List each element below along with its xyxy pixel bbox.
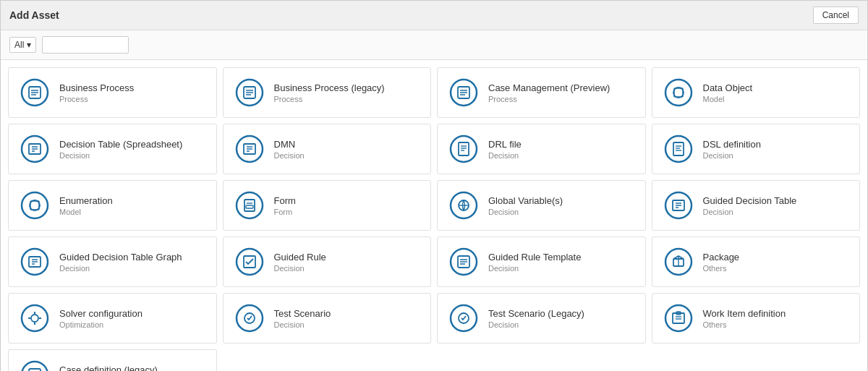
asset-card[interactable]: Solver configurationOptimization: [8, 293, 217, 344]
asset-info: Data ObjectModel: [703, 82, 753, 103]
asset-card[interactable]: Test ScenarioDecision: [223, 293, 432, 344]
dialog-header: Add Asset Cancel: [1, 1, 867, 30]
asset-name: Case definition (legacy): [59, 364, 158, 372]
asset-card[interactable]: Guided Decision TableDecision: [652, 180, 861, 231]
asset-info: PackageOthers: [703, 252, 740, 273]
asset-info: Test ScenarioDecision: [274, 308, 331, 329]
asset-info: Guided Decision Table GraphDecision: [59, 252, 182, 273]
asset-name: Global Variable(s): [488, 195, 563, 206]
asset-info: Guided Rule TemplateDecision: [488, 252, 581, 273]
svg-point-16: [673, 88, 684, 98]
asset-card[interactable]: Global Variable(s)Decision: [437, 180, 646, 231]
filter-label: All: [14, 40, 24, 50]
global-icon: [449, 191, 478, 220]
svg-rect-29: [459, 142, 469, 155]
asset-name: Business Process: [59, 82, 134, 93]
svg-rect-44: [246, 205, 253, 208]
test-icon: [235, 304, 264, 333]
asset-card[interactable]: Work Item definitionOthers: [652, 293, 861, 344]
asset-card[interactable]: Guided RuleDecision: [223, 236, 432, 287]
process-icon: [449, 78, 478, 107]
asset-name: Guided Decision Table: [703, 195, 797, 206]
svg-point-33: [665, 136, 692, 162]
asset-name: Data Object: [703, 82, 753, 93]
asset-info: Business ProcessProcess: [59, 82, 134, 103]
search-input[interactable]: [42, 36, 129, 54]
asset-card[interactable]: DMNDecision: [223, 124, 432, 174]
asset-name: Enumeration: [59, 195, 113, 206]
asset-type: Decision: [488, 208, 563, 216]
asset-info: EnumerationModel: [59, 195, 113, 216]
asset-card[interactable]: PackageOthers: [652, 236, 861, 287]
process-icon: [235, 78, 264, 107]
svg-rect-17: [674, 88, 683, 97]
asset-name: Case Management (Preview): [488, 82, 610, 93]
model-icon: [20, 191, 49, 220]
decision-icon: [235, 135, 264, 163]
asset-card[interactable]: FormForm: [223, 180, 432, 231]
asset-card[interactable]: DRL fileDecision: [437, 124, 646, 174]
asset-type: Others: [703, 264, 740, 273]
asset-type: Process: [59, 95, 134, 103]
add-asset-dialog: Add Asset Cancel All ▾ Business ProcessP…: [0, 0, 868, 371]
asset-type: Decision: [59, 151, 182, 160]
solver-icon: [20, 304, 49, 333]
asset-info: Guided Decision TableDecision: [703, 195, 797, 216]
asset-name: Guided Decision Table Graph: [59, 252, 182, 263]
asset-type: Decision: [274, 151, 305, 160]
asset-info: Case definition (legacy)Process: [59, 364, 158, 372]
asset-info: DRL fileDecision: [488, 139, 522, 160]
svg-point-83: [22, 362, 48, 371]
dsl-icon: [664, 135, 693, 163]
asset-card[interactable]: DSL definitionDecision: [652, 124, 861, 174]
model-icon: [664, 78, 693, 107]
dialog-title: Add Asset: [9, 9, 59, 21]
asset-card[interactable]: Data ObjectModel: [652, 67, 861, 118]
asset-type: Decision: [274, 320, 331, 329]
asset-name: Test Scenario (Legacy): [488, 308, 584, 319]
asset-card[interactable]: Business Process (legacy)Process: [223, 67, 432, 118]
svg-point-69: [31, 315, 38, 322]
asset-name: Guided Rule: [274, 252, 326, 263]
svg-point-15: [665, 80, 692, 106]
svg-point-28: [451, 136, 477, 162]
asset-type: Decision: [488, 320, 584, 329]
asset-card[interactable]: Decision Table (Spreadsheet)Decision: [8, 124, 217, 174]
asset-info: DSL definitionDecision: [703, 139, 761, 160]
asset-type: Others: [703, 320, 786, 329]
asset-name: Form: [274, 195, 296, 206]
asset-name: DSL definition: [703, 139, 761, 150]
process-icon: [449, 247, 478, 276]
asset-type: Decision: [703, 208, 797, 216]
form-icon: [235, 191, 264, 220]
asset-type: Process: [274, 95, 385, 103]
asset-type: Process: [488, 95, 610, 103]
asset-name: Business Process (legacy): [274, 82, 385, 93]
filter-dropdown[interactable]: All ▾: [9, 37, 36, 53]
svg-point-78: [665, 305, 692, 331]
asset-info: Global Variable(s)Decision: [488, 195, 563, 216]
asset-name: Test Scenario: [274, 308, 331, 319]
asset-grid: Business ProcessProcess Business Process…: [1, 60, 867, 371]
asset-card[interactable]: Business ProcessProcess: [8, 67, 217, 118]
asset-info: DMNDecision: [274, 139, 305, 160]
cancel-button[interactable]: Cancel: [813, 7, 859, 24]
process-icon: [20, 360, 49, 371]
asset-card[interactable]: EnumerationModel: [8, 180, 217, 231]
asset-type: Model: [703, 95, 753, 103]
process-icon: [20, 78, 49, 107]
asset-card[interactable]: Case Management (Preview)Process: [437, 67, 646, 118]
asset-info: Business Process (legacy)Process: [274, 82, 385, 103]
package-icon: [664, 247, 693, 276]
asset-name: DRL file: [488, 139, 522, 150]
asset-card[interactable]: Guided Rule TemplateDecision: [437, 236, 646, 287]
asset-card[interactable]: Test Scenario (Legacy)Decision: [437, 293, 646, 344]
asset-info: Work Item definitionOthers: [703, 308, 786, 329]
svg-rect-34: [673, 142, 684, 155]
asset-info: Guided RuleDecision: [274, 252, 326, 273]
asset-card[interactable]: Guided Decision Table GraphDecision: [8, 236, 217, 287]
asset-info: Solver configurationOptimization: [59, 308, 142, 329]
test-icon: [449, 304, 478, 333]
asset-name: Decision Table (Spreadsheet): [59, 139, 182, 150]
asset-card[interactable]: Case definition (legacy)Process: [8, 349, 217, 371]
